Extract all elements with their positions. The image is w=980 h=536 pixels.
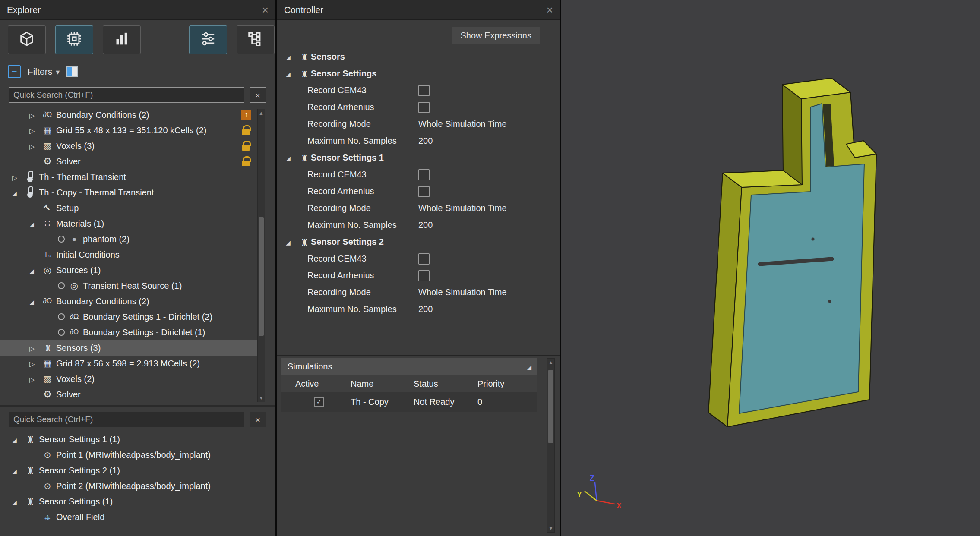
checkbox[interactable]	[418, 253, 430, 265]
property-row[interactable]: Maximum No. Samples 200	[277, 301, 547, 318]
property-value[interactable]: Whole Simulation Time	[418, 119, 507, 129]
property-value[interactable]: 200	[418, 220, 433, 230]
scroll-up-icon[interactable]	[547, 359, 554, 366]
close-icon[interactable]	[547, 4, 553, 16]
checkbox[interactable]	[418, 102, 430, 113]
tree-item[interactable]: Point 1 (MRIwithleadpass/body_implant)	[0, 447, 257, 463]
expander-icon[interactable]	[12, 435, 23, 445]
upload-badge-icon[interactable]	[241, 110, 251, 120]
close-icon[interactable]	[262, 4, 269, 16]
scroll-down-icon[interactable]	[547, 524, 554, 532]
quick-search-input-2[interactable]	[9, 412, 244, 427]
tree-item[interactable]: Solver	[0, 154, 257, 169]
simulation-row[interactable]: Th - Copy Not Ready 0	[281, 392, 537, 412]
property-value[interactable]: Whole Simulation Time	[418, 203, 507, 213]
checkbox[interactable]	[418, 85, 430, 96]
property-row[interactable]: Record Arrhenius	[277, 183, 547, 200]
property-row[interactable]: Maximum No. Samples 200	[277, 132, 547, 149]
property-row[interactable]: Record CEM43	[277, 166, 547, 183]
expander-icon[interactable]	[12, 497, 23, 507]
expander-icon[interactable]	[29, 374, 41, 384]
checkbox[interactable]	[418, 186, 430, 197]
tree-item[interactable]: Grid 87 x 56 x 598 = 2.913 MCells (2)	[0, 356, 257, 371]
property-row[interactable]: Sensors	[277, 48, 547, 65]
schematic-view-button[interactable]	[237, 25, 275, 54]
expander-icon[interactable]	[29, 296, 41, 306]
tree-item[interactable]: phantom (2)	[0, 231, 257, 247]
collapse-all-icon[interactable]	[8, 65, 21, 78]
tree-item[interactable]: Voxels (2)	[0, 371, 257, 387]
property-row[interactable]: Record Arrhenius	[277, 267, 547, 284]
scroll-down-icon[interactable]	[258, 394, 265, 402]
expander-icon[interactable]	[29, 359, 41, 369]
tree-item[interactable]: Initial Conditions	[0, 247, 257, 262]
show-expressions-button[interactable]: Show Expressions	[452, 27, 540, 44]
tree-item[interactable]: Setup	[0, 200, 257, 216]
tree-item[interactable]: Sensor Settings 2 (1)	[0, 463, 257, 478]
filters-dropdown[interactable]: Filters	[28, 66, 60, 77]
property-row[interactable]: Sensor Settings 2	[277, 233, 547, 250]
property-row[interactable]: Record Arrhenius	[277, 99, 547, 116]
expander-icon[interactable]	[29, 110, 41, 120]
property-value[interactable]: 200	[418, 304, 433, 314]
expander-icon[interactable]	[286, 69, 297, 79]
property-row[interactable]: Maximum No. Samples 200	[277, 217, 547, 233]
tree-item[interactable]: Transient Heat Source (1)	[0, 278, 257, 293]
tree-item[interactable]: Solver	[0, 387, 257, 402]
property-value[interactable]: 200	[418, 136, 433, 146]
tree-item[interactable]: Materials (1)	[0, 216, 257, 231]
property-row[interactable]: Sensor Settings 1	[277, 149, 547, 166]
checkbox[interactable]	[418, 169, 430, 180]
filter-settings-button[interactable]	[189, 25, 227, 54]
expander-icon[interactable]	[286, 52, 297, 62]
expander-icon[interactable]	[29, 265, 41, 275]
collapse-icon[interactable]	[527, 362, 531, 372]
tree-item[interactable]: Grid 55 x 48 x 133 = 351.120 kCells (2)	[0, 123, 257, 138]
expander-icon[interactable]	[12, 172, 23, 182]
panel-splitter[interactable]	[0, 405, 275, 407]
property-row[interactable]: Recording Mode Whole Simulation Time	[277, 200, 547, 217]
property-value[interactable]: Whole Simulation Time	[418, 287, 507, 297]
tree-item[interactable]: Boundary Settings 1 - Dirichlet (2)	[0, 309, 257, 325]
analysis-view-button[interactable]	[103, 25, 141, 54]
active-checkbox[interactable]	[314, 397, 324, 407]
panel-toggle-icon[interactable]	[66, 66, 78, 77]
clear-search-button[interactable]	[250, 87, 266, 103]
tree-item[interactable]: Sensor Settings (1)	[0, 494, 257, 509]
simulation-view-button[interactable]	[55, 25, 93, 54]
tree-scrollbar[interactable]	[257, 109, 265, 402]
quick-search-input[interactable]	[9, 87, 244, 103]
tree-item[interactable]: Overall Field	[0, 509, 257, 525]
property-row[interactable]: Record CEM43	[277, 250, 547, 267]
expander-icon[interactable]	[29, 219, 41, 229]
scrollbar-thumb[interactable]	[548, 370, 553, 443]
property-row[interactable]: Recording Mode Whole Simulation Time	[277, 284, 547, 301]
checkbox[interactable]	[418, 270, 430, 281]
simulations-header[interactable]: Simulations	[281, 358, 537, 375]
simulations-scrollbar[interactable]	[547, 358, 555, 533]
expander-icon[interactable]	[12, 466, 23, 476]
expander-icon[interactable]	[29, 343, 41, 353]
expander-icon[interactable]	[29, 126, 41, 136]
tree-item[interactable]: Sensors (3)	[0, 340, 257, 356]
property-row[interactable]: Sensor Settings	[277, 65, 547, 82]
tree-item[interactable]: Voxels (3)	[0, 138, 257, 154]
scrollbar-thumb[interactable]	[259, 217, 264, 336]
tree-item[interactable]: Sources (1)	[0, 262, 257, 278]
tree-item[interactable]: Th - Copy - Thermal Transient	[0, 185, 257, 200]
expander-icon[interactable]	[286, 237, 297, 247]
property-row[interactable]: Record CEM43	[277, 82, 547, 99]
tree-item[interactable]: Boundary Settings - Dirichlet (1)	[0, 325, 257, 340]
expander-icon[interactable]	[12, 188, 23, 198]
tree-item[interactable]: Th - Thermal Transient	[0, 169, 257, 185]
tree-item[interactable]: Point 2 (MRIwithleadpass/body_implant)	[0, 478, 257, 494]
tree-item[interactable]: Sensor Settings 1 (1)	[0, 432, 257, 447]
property-row[interactable]: Recording Mode Whole Simulation Time	[277, 116, 547, 132]
model-view-button[interactable]	[8, 25, 46, 54]
scroll-up-icon[interactable]	[258, 109, 265, 117]
clear-search-button-2[interactable]	[250, 412, 266, 427]
tree-item[interactable]: Boundary Conditions (2)	[0, 293, 257, 309]
expander-icon[interactable]	[286, 153, 297, 163]
tree-item[interactable]: Boundary Conditions (2)	[0, 107, 257, 123]
expander-icon[interactable]	[29, 141, 41, 151]
